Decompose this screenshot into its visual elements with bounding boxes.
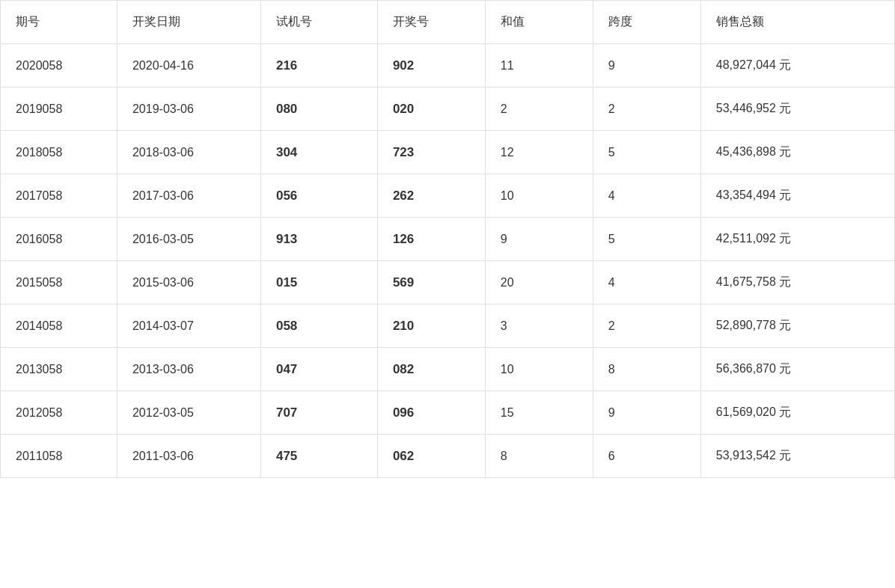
cell-shiji: 058 [260,304,377,348]
cell-date: 2013-03-06 [117,348,260,391]
cell-kuadu: 2 [593,304,700,348]
table-row: 20120582012-03-0570709615961,569,020 元 [1,391,895,435]
kaijang-value: 210 [393,319,414,333]
header-kuadu: 跨度 [593,1,700,44]
cell-kaijang: 262 [377,174,485,218]
cell-shiji: 304 [260,131,377,174]
shiji-value: 080 [276,102,297,116]
lottery-table: 期号开奖日期试机号开奖号和值跨度销售总额 20200582020-04-1621… [0,0,895,478]
cell-kaijang: 902 [377,44,485,88]
shiji-value: 475 [276,449,297,463]
cell-xiaoshou: 43,354,494 元 [700,174,894,218]
shiji-value: 913 [276,232,297,246]
table-row: 20170582017-03-0605626210443,354,494 元 [1,174,895,218]
cell-kuadu: 4 [593,261,700,304]
cell-hezhi: 11 [485,44,593,88]
table-row: 20200582020-04-1621690211948,927,044 元 [1,44,895,88]
cell-kuadu: 6 [593,435,700,478]
cell-kuadu: 5 [593,218,700,261]
kaijang-value: 096 [393,405,414,420]
header-kaijang: 开奖号 [377,1,485,44]
cell-date: 2014-03-07 [117,304,260,348]
shiji-value: 216 [276,58,297,73]
table-row: 20190582019-03-060800202253,446,952 元 [1,88,895,131]
cell-date: 2017-03-06 [117,174,260,218]
cell-qihao: 2020058 [1,44,117,88]
cell-xiaoshou: 53,446,952 元 [700,88,894,131]
table-row: 20180582018-03-0630472312545,436,898 元 [1,131,895,174]
cell-qihao: 2015058 [1,261,117,304]
cell-date: 2020-04-16 [117,44,260,88]
cell-date: 2012-03-05 [117,391,260,435]
cell-hezhi: 10 [485,174,593,218]
cell-xiaoshou: 42,511,092 元 [700,218,894,261]
header-qihao: 期号 [1,1,117,44]
table-row: 20150582015-03-0601556920441,675,758 元 [1,261,895,304]
shiji-value: 304 [276,145,297,159]
cell-date: 2016-03-05 [117,218,260,261]
header-shiji: 试机号 [260,1,377,44]
table-header-row: 期号开奖日期试机号开奖号和值跨度销售总额 [1,1,895,44]
kaijang-value: 723 [393,145,414,159]
cell-qihao: 2013058 [1,348,117,391]
cell-kaijang: 723 [377,131,485,174]
kaijang-value: 062 [393,449,414,463]
shiji-value: 707 [276,405,297,420]
cell-kaijang: 569 [377,261,485,304]
shiji-value: 058 [276,319,297,333]
cell-kuadu: 9 [593,391,700,435]
cell-hezhi: 3 [485,304,593,348]
cell-kuadu: 2 [593,88,700,131]
cell-hezhi: 8 [485,435,593,478]
cell-xiaoshou: 53,913,542 元 [700,435,894,478]
kaijang-value: 902 [393,58,414,73]
cell-date: 2015-03-06 [117,261,260,304]
cell-shiji: 216 [260,44,377,88]
cell-xiaoshou: 52,890,778 元 [700,304,894,348]
cell-qihao: 2016058 [1,218,117,261]
header-xiaoshou: 销售总额 [700,1,894,44]
kaijang-value: 262 [393,189,414,203]
cell-hezhi: 10 [485,348,593,391]
cell-hezhi: 12 [485,131,593,174]
cell-shiji: 913 [260,218,377,261]
cell-kaijang: 096 [377,391,485,435]
shiji-value: 056 [276,189,297,203]
cell-qihao: 2014058 [1,304,117,348]
cell-shiji: 015 [260,261,377,304]
cell-date: 2019-03-06 [117,88,260,131]
cell-kaijang: 082 [377,348,485,391]
cell-qihao: 2019058 [1,88,117,131]
cell-kuadu: 5 [593,131,700,174]
cell-qihao: 2018058 [1,131,117,174]
cell-kaijang: 126 [377,218,485,261]
table-row: 20110582011-03-064750628653,913,542 元 [1,435,895,478]
cell-xiaoshou: 45,436,898 元 [700,131,894,174]
cell-hezhi: 20 [485,261,593,304]
cell-shiji: 080 [260,88,377,131]
cell-qihao: 2012058 [1,391,117,435]
shiji-value: 047 [276,362,297,376]
cell-kuadu: 4 [593,174,700,218]
cell-xiaoshou: 56,366,870 元 [700,348,894,391]
shiji-value: 015 [276,275,297,290]
kaijang-value: 126 [393,232,414,246]
cell-kaijang: 210 [377,304,485,348]
cell-xiaoshou: 48,927,044 元 [700,44,894,88]
header-date: 开奖日期 [117,1,260,44]
header-hezhi: 和值 [485,1,593,44]
cell-shiji: 475 [260,435,377,478]
cell-kuadu: 8 [593,348,700,391]
table-row: 20140582014-03-070582103252,890,778 元 [1,304,895,348]
cell-date: 2018-03-06 [117,131,260,174]
cell-xiaoshou: 41,675,758 元 [700,261,894,304]
cell-kaijang: 020 [377,88,485,131]
main-table-container: 期号开奖日期试机号开奖号和值跨度销售总额 20200582020-04-1621… [0,0,895,588]
kaijang-value: 082 [393,362,414,376]
cell-qihao: 2011058 [1,435,117,478]
cell-date: 2011-03-06 [117,435,260,478]
cell-hezhi: 15 [485,391,593,435]
cell-shiji: 707 [260,391,377,435]
cell-kaijang: 062 [377,435,485,478]
cell-shiji: 047 [260,348,377,391]
